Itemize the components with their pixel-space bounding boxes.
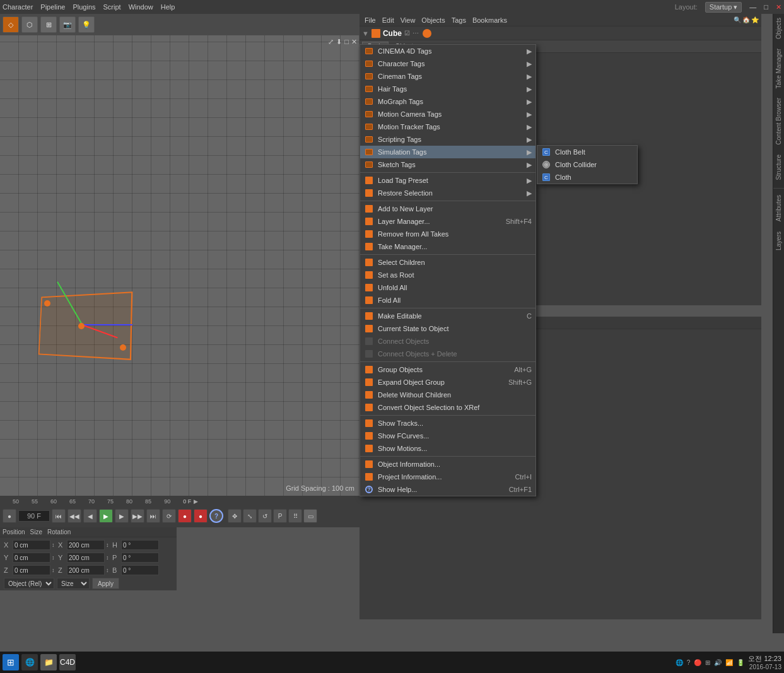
ctx-fold-all[interactable]: Fold All [360,294,535,307]
transport-play[interactable]: ▶ [99,509,113,523]
submenu-cloth[interactable]: C Cloth [537,171,637,184]
transform-mode-select[interactable]: Size Scale [57,578,90,589]
solo-mode[interactable]: ▭ [303,509,317,523]
apply-button[interactable]: Apply [92,578,119,589]
toolbar-btn-2[interactable]: ⬡ [21,16,38,33]
ctx-project-information[interactable]: Project Information... Ctrl+I [360,471,535,483]
multi-select[interactable]: ⠿ [288,509,302,523]
transport-jump-end[interactable]: ⏭ [146,509,160,523]
menu-plugins[interactable]: Plugins [73,3,95,11]
menu-view[interactable]: View [398,16,418,24]
b-rotation-input[interactable] [121,565,159,575]
menu-window[interactable]: Window [129,3,153,11]
ctx-take-manager[interactable]: Take Manager... [360,240,535,253]
ctx-add-to-new-layer[interactable]: Add to New Layer [360,202,535,215]
p-rotation-input[interactable] [121,553,159,563]
toolbar-btn-5[interactable]: 💡 [78,16,95,33]
ctx-show-tracks[interactable]: Show Tracks... [360,417,535,430]
transport-jump-start[interactable]: ⏮ [52,509,66,523]
ctx-convert-xref[interactable]: Convert Object Selection to XRef [360,401,535,414]
ctx-scripting-tags[interactable]: Scripting Tags ▶ [360,133,535,146]
ctx-motion-tracker-tags[interactable]: Motion Tracker Tags ▶ [360,120,535,133]
menu-objects[interactable]: Objects [419,16,447,24]
y-position-input[interactable] [13,553,50,563]
ctx-show-help[interactable]: ? Show Help... Ctrl+F1 [360,483,535,496]
taskbar-btn-1[interactable]: 🌐 [21,654,38,670]
menu-pipeline[interactable]: Pipeline [40,3,65,11]
x-position-input[interactable] [13,540,50,550]
z-position-input[interactable] [13,565,50,575]
side-tab-structure[interactable]: Structure [773,151,785,186]
side-tab-take-manager[interactable]: Take Manager [773,45,785,94]
move-tool[interactable]: ✥ [228,509,242,523]
win-restore[interactable]: □ [764,3,768,11]
cinema4d-taskbar-btn[interactable]: C4D [59,654,76,670]
playback-mode[interactable]: ● [3,509,16,523]
ctx-unfold-all[interactable]: Unfold All [360,281,535,294]
search-right-icon[interactable]: 🔍 [734,16,741,23]
toolbar-btn-1[interactable]: ◇ [3,16,19,33]
toolbar-btn-4[interactable]: 📷 [59,16,76,33]
toolbar-btn-3[interactable]: ⊞ [40,16,57,33]
home-right-icon[interactable]: 🏠 [742,16,750,23]
star-right-icon[interactable]: ⭐ [751,16,759,23]
menu-help[interactable]: Help [161,3,175,11]
side-tab-layers[interactable]: Layers [773,228,785,256]
submenu-cloth-belt[interactable]: C Cloth Belt [537,146,637,158]
side-tab-attributes[interactable]: Attributes [773,191,785,227]
ctx-expand-object-group[interactable]: Expand Object Group Shift+G [360,376,535,389]
ctx-show-fcurves[interactable]: Show FCurves... [360,430,535,442]
coord-system-select[interactable]: Object (Rel) World [4,578,54,589]
ctx-select-children[interactable]: Select Children [360,256,535,269]
transport-loop[interactable]: ⟳ [162,509,176,523]
ctx-restore-selection[interactable]: Restore Selection ▶ [360,187,535,199]
ctx-object-information[interactable]: Object Information... [360,458,535,471]
h-rotation-input[interactable] [121,540,159,550]
start-button[interactable]: ⊞ [3,654,19,670]
scale-tool[interactable]: ⤡ [243,509,257,523]
transport-next-frame[interactable]: ▶ [115,509,129,523]
menu-file[interactable]: File [362,16,378,24]
object-vis-icon[interactable]: ⋯ [412,30,419,37]
x-size-input[interactable] [67,540,105,550]
transform-mode[interactable]: P [273,509,287,523]
transport-help[interactable]: ? [209,509,223,523]
ctx-set-as-root[interactable]: Set as Root [360,269,535,281]
menu-script[interactable]: Script [103,3,121,11]
y-size-input[interactable] [67,553,105,563]
ctx-cinema4d-tags[interactable]: CINEMA 4D Tags ▶ [360,45,535,57]
side-tab-content-browser[interactable]: Content Browser [773,94,785,150]
win-close[interactable]: ✕ [776,3,781,11]
transport-prev-key[interactable]: ◀◀ [67,509,81,523]
ctx-mograph-tags[interactable]: MoGraph Tags ▶ [360,95,535,108]
ctx-cineman-tags[interactable]: Cineman Tags ▶ [360,70,535,83]
ctx-make-editable[interactable]: Make Editable C [360,310,535,322]
menu-character[interactable]: Character [3,3,33,11]
viewport-3d[interactable]: Grid Spacing : 100 cm ⤢ ⬇ □ ✕ [0,35,360,496]
ctx-layer-manager[interactable]: Layer Manager... Shift+F4 [360,215,535,228]
ctx-simulation-tags[interactable]: Simulation Tags ▶ C Cloth Belt ◎ Cloth C… [360,146,535,158]
transport-record[interactable]: ● [178,509,192,523]
submenu-cloth-collider[interactable]: ◎ Cloth Collider [537,158,637,171]
win-minimize[interactable]: — [749,3,756,11]
taskbar-btn-2[interactable]: 📁 [40,654,57,670]
menu-bookmarks[interactable]: Bookmarks [470,16,510,24]
ctx-show-motions[interactable]: Show Motions... [360,442,535,455]
ctx-hair-tags[interactable]: Hair Tags ▶ [360,83,535,95]
menu-edit[interactable]: Edit [380,16,397,24]
ctx-sketch-tags[interactable]: Sketch Tags ▶ [360,158,535,171]
ctx-motion-camera-tags[interactable]: Motion Camera Tags ▶ [360,108,535,120]
ctx-load-tag-preset[interactable]: Load Tag Preset ▶ [360,174,535,187]
ctx-delete-without-children[interactable]: Delete Without Children [360,389,535,401]
ctx-group-objects[interactable]: Group Objects Alt+G [360,363,535,376]
transport-prev-frame[interactable]: ◀ [83,509,97,523]
transport-next-key[interactable]: ▶▶ [131,509,144,523]
layout-value[interactable]: Startup ▾ [705,2,742,13]
ctx-remove-from-all-takes[interactable]: Remove from All Takes [360,228,535,240]
object-check-icon[interactable]: ☑ [404,30,410,37]
transport-record-auto[interactable]: ● [194,509,208,523]
menu-tags[interactable]: Tags [449,16,469,24]
ctx-current-state-to-object[interactable]: Current State to Object [360,322,535,335]
ctx-character-tags[interactable]: Character Tags ▶ [360,57,535,70]
rotate-tool[interactable]: ↺ [258,509,272,523]
